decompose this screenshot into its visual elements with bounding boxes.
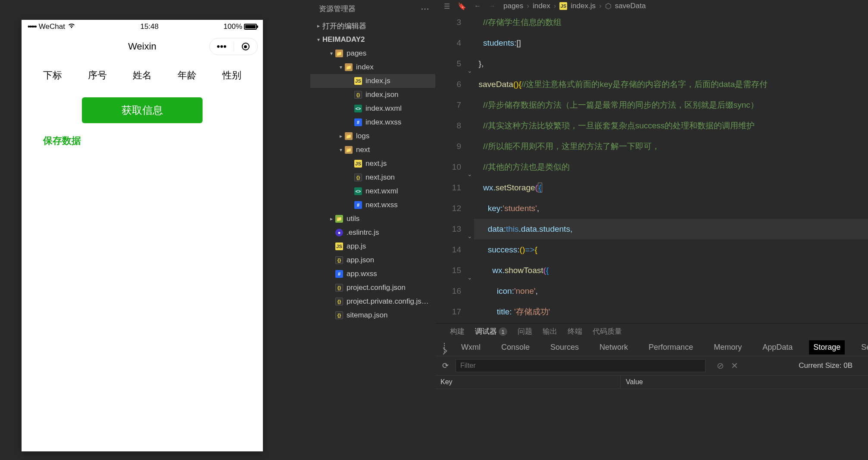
filter-input[interactable]: [456, 359, 706, 372]
file-sitemap-json[interactable]: {}sitemap.json: [310, 308, 435, 322]
tab-sources[interactable]: Sources: [546, 340, 583, 354]
file--eslintrc-js[interactable]: ●.eslintrc.js: [310, 226, 435, 239]
page-title: Weixin: [128, 41, 156, 52]
outline-icon[interactable]: ☰: [444, 2, 450, 10]
capsule-more-button[interactable]: •••: [210, 41, 234, 52]
close-button[interactable]: ✕: [731, 361, 738, 371]
wxml-icon: <>: [354, 105, 362, 112]
battery-icon: [244, 24, 257, 30]
file-next-json[interactable]: {}next.json: [310, 171, 435, 184]
capsule-close-button[interactable]: [234, 43, 258, 50]
tab-build[interactable]: 构建: [450, 326, 465, 336]
fold-toggle[interactable]: ⌄: [467, 267, 472, 288]
folder-icon: 📁: [335, 50, 343, 57]
folder-icon: 📁: [345, 132, 353, 140]
fold-toggle[interactable]: ⌄: [467, 226, 472, 246]
section-open-editors[interactable]: ▸打开的编辑器: [310, 19, 435, 33]
col-key: Key: [435, 376, 621, 389]
json-icon: {}: [335, 298, 343, 305]
file-index[interactable]: ▾📁index: [310, 60, 435, 74]
function-icon: ⬡: [605, 2, 612, 11]
battery-pct: 100%: [224, 22, 242, 31]
file-project-private-config-js-[interactable]: {}project.private.config.js…: [310, 295, 435, 308]
explorer-more-button[interactable]: ⋯: [421, 3, 430, 14]
file-next-wxss[interactable]: #next.wxss: [310, 198, 435, 212]
file-utils[interactable]: ▸📁utils: [310, 212, 435, 226]
file-index-wxml[interactable]: <>index.wxml: [310, 102, 435, 115]
tab-console[interactable]: Console: [497, 340, 534, 354]
status-bar: ••••• WeChat 15:48 100%: [22, 20, 263, 34]
signal-icon: •••••: [28, 22, 36, 31]
tab-wxml[interactable]: Wxml: [457, 340, 485, 354]
col-value: Value: [621, 378, 868, 386]
js-icon: JS: [354, 77, 362, 85]
fetch-info-button[interactable]: 获取信息: [82, 97, 203, 123]
section-project[interactable]: ▾HEIMADAY2: [310, 33, 435, 47]
tab-debugger[interactable]: 调试器1: [475, 326, 507, 336]
nav-back-button[interactable]: ←: [474, 2, 481, 10]
tab-appdata[interactable]: AppData: [758, 340, 797, 354]
file-logs[interactable]: ▸📁logs: [310, 129, 435, 143]
tab-terminal[interactable]: 终端: [568, 326, 582, 336]
tab-security[interactable]: Security: [857, 340, 868, 354]
panel-tabs-primary: 构建 调试器1 问题 输出 终端 代码质量: [435, 323, 868, 339]
file-app-json[interactable]: {}app.json: [310, 253, 435, 267]
tab-memory[interactable]: Memory: [709, 340, 746, 354]
bottom-panel: 构建 调试器1 问题 输出 终端 代码质量 Wxml Console Sourc…: [435, 323, 868, 460]
capsule-menu: •••: [209, 38, 258, 55]
element-picker-icon[interactable]: [444, 343, 445, 352]
clear-button[interactable]: ⊘: [717, 361, 724, 371]
file-pages[interactable]: ▾📁pages: [310, 47, 435, 60]
tab-output[interactable]: 输出: [543, 326, 557, 336]
js-icon: JS: [354, 160, 362, 168]
json-icon: {}: [335, 256, 343, 264]
tab-storage[interactable]: Storage: [809, 340, 845, 354]
js-icon: JS: [335, 242, 343, 250]
folder-icon: 📁: [345, 146, 353, 154]
folder-icon: 📁: [345, 63, 353, 71]
file-index-wxss[interactable]: #index.wxss: [310, 115, 435, 129]
bookmark-icon[interactable]: 🔖: [458, 2, 466, 10]
devtools-tabs: Wxml Console Sources Network Performance…: [435, 339, 868, 356]
line-gutter[interactable]: 34⌄56789⌄101112⌄1314⌄151617: [435, 12, 474, 322]
js-icon: JS: [559, 2, 567, 10]
file-next-wxml[interactable]: <>next.wxml: [310, 184, 435, 198]
file-next[interactable]: ▾📁next: [310, 143, 435, 157]
file-index-js[interactable]: JSindex.js: [310, 74, 435, 88]
reload-button[interactable]: ⟳: [442, 361, 449, 370]
code-area[interactable]: //存储学生信息的数组 students:[] }, saveData(){//…: [474, 12, 868, 322]
file-app-js[interactable]: JSapp.js: [310, 239, 435, 253]
col-name: 姓名: [133, 69, 152, 82]
json-icon: {}: [354, 91, 362, 99]
file-index-json[interactable]: {}index.json: [310, 88, 435, 102]
carrier-label: WeChat: [39, 22, 65, 31]
col-index: 下标: [43, 69, 62, 82]
time-label: 15:48: [140, 22, 159, 31]
wxss-icon: #: [335, 270, 343, 278]
tab-problems[interactable]: 问题: [518, 326, 532, 336]
nav-bar: Weixin •••: [22, 34, 263, 59]
storage-table-header: Key Value: [435, 375, 868, 389]
wifi-icon: [68, 22, 75, 31]
fold-toggle[interactable]: ⌄: [467, 60, 472, 81]
fold-toggle[interactable]: ⌄: [467, 164, 472, 184]
tab-quality[interactable]: 代码质量: [593, 326, 622, 336]
file-app-wxss[interactable]: #app.wxss: [310, 267, 435, 281]
wxml-icon: <>: [354, 187, 362, 195]
table-header: 下标 序号 姓名 年龄 性别: [30, 59, 254, 91]
nav-forward-button[interactable]: →: [489, 2, 496, 10]
save-data-link[interactable]: 保存数据: [30, 134, 254, 147]
breadcrumb[interactable]: pages› index› JSindex.js› ⬡saveData: [503, 2, 646, 11]
json-icon: {}: [335, 311, 343, 319]
tab-network[interactable]: Network: [595, 340, 632, 354]
explorer-panel: 资源管理器 ⋯ ▸打开的编辑器 ▾HEIMADAY2 ▾📁pages▾📁inde…: [310, 0, 435, 460]
code-editor: ☰ 🔖 ← → pages› index› JSindex.js› ⬡saveD…: [435, 0, 868, 320]
file-project-config-json[interactable]: {}project.config.json: [310, 281, 435, 295]
folder-g-icon: 📁: [335, 215, 343, 223]
explorer-title: 资源管理器: [319, 4, 356, 14]
json-icon: {}: [335, 284, 343, 292]
tab-performance[interactable]: Performance: [644, 340, 697, 354]
simulator-window: ••••• WeChat 15:48 100% Weixin ••• 下标 序号…: [22, 20, 263, 451]
col-age: 年龄: [178, 69, 197, 82]
file-next-js[interactable]: JSnext.js: [310, 157, 435, 171]
